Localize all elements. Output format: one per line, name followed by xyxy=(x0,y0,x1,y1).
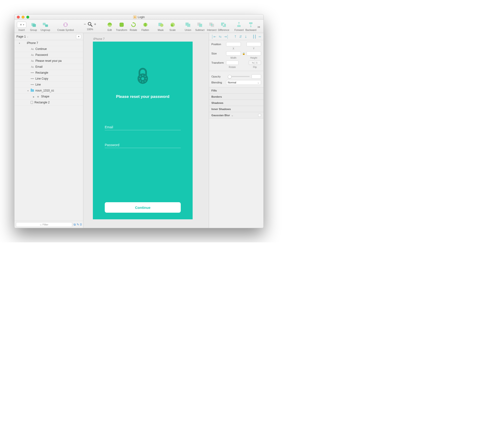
layer-label: Email xyxy=(35,65,43,68)
backward-tool[interactable]: Backward xyxy=(246,21,256,32)
intersect-tool[interactable]: Intersect xyxy=(207,21,217,32)
layer-row[interactable]: noun_1310_cc xyxy=(15,88,83,94)
zoom-control[interactable]: − + 100% xyxy=(81,21,99,31)
borders-section[interactable]: Borders xyxy=(209,94,263,100)
create-symbol-tool[interactable]: Create Symbol xyxy=(55,21,76,32)
appearance-block: Opacity Blending Normal xyxy=(209,71,263,87)
scale-tool[interactable]: Scale xyxy=(167,21,178,32)
zoom-in-button[interactable]: + xyxy=(94,22,96,26)
blending-select[interactable]: Normal xyxy=(226,80,261,85)
toolbar: ＋ Insert Group Ungroup Create Symbol − +… xyxy=(15,20,263,33)
rotate-input[interactable] xyxy=(226,61,238,65)
layer-row[interactable]: Shape xyxy=(15,94,83,100)
opacity-input[interactable] xyxy=(252,74,261,79)
align-left-icon[interactable]: │⇤ xyxy=(211,35,216,38)
layer-row[interactable]: Rectangle 2 xyxy=(15,100,83,105)
gaussian-blur-checkbox[interactable] xyxy=(258,114,261,117)
disclosure-triangle-icon[interactable] xyxy=(27,89,29,92)
titlebar: Login xyxy=(15,15,263,20)
align-center-h-icon[interactable]: ⇆ xyxy=(219,35,222,38)
height-input[interactable] xyxy=(247,51,261,55)
zoom-level: 100% xyxy=(87,28,93,31)
close-window-button[interactable] xyxy=(17,16,20,18)
opacity-label: Opacity xyxy=(211,75,226,78)
layer-label: Rectangle xyxy=(35,71,48,74)
layer-label: Line xyxy=(35,83,41,86)
fills-section[interactable]: Fills xyxy=(209,87,263,94)
disclosure-triangle-icon[interactable] xyxy=(33,95,35,98)
width-input[interactable] xyxy=(226,51,241,55)
toolbar-overflow-button[interactable]: ›› xyxy=(257,25,261,29)
lock-aspect-icon[interactable]: 🔒 xyxy=(242,52,245,55)
distribute-v-icon[interactable]: ═ xyxy=(259,35,261,38)
duplicate-filter-icon[interactable]: ⧉ xyxy=(74,223,76,226)
edit-tool[interactable]: Edit xyxy=(105,21,115,32)
layer-filter-input[interactable]: Filter xyxy=(16,222,72,227)
page-selector[interactable]: Page 1 ▾ xyxy=(15,33,83,40)
layer-row[interactable]: iPhone 7 xyxy=(15,40,83,46)
inner-shadows-section[interactable]: Inner Shadows xyxy=(209,106,263,112)
fullscreen-window-button[interactable] xyxy=(26,16,29,18)
artboard-list-button[interactable]: ▾ xyxy=(76,34,81,39)
gaussian-blur-section[interactable]: Gaussian Blur xyxy=(209,112,263,118)
flip-buttons[interactable]: ⇋ | ⥮ xyxy=(249,61,261,65)
forward-tool[interactable]: Forward xyxy=(234,21,244,32)
align-right-icon[interactable]: ⇥│ xyxy=(224,35,229,38)
layer-folder-icon xyxy=(31,89,34,92)
email-field[interactable]: Email xyxy=(105,125,181,130)
slice-filter-icon[interactable]: ✎ xyxy=(77,223,79,226)
svg-rect-1 xyxy=(33,24,36,27)
disclosure-triangle-icon[interactable] xyxy=(18,42,21,45)
position-x-input[interactable] xyxy=(226,42,241,46)
continue-button[interactable]: Continue xyxy=(105,202,181,213)
artboard[interactable]: Please reset your password Email Passwor… xyxy=(93,42,193,219)
window-controls xyxy=(15,16,29,18)
svg-point-37 xyxy=(142,82,143,83)
layer-row[interactable]: Password xyxy=(15,52,83,58)
group-tool[interactable]: Group xyxy=(28,21,39,32)
layer-row[interactable]: Please reset your pa xyxy=(15,58,83,64)
zoom-out-button[interactable]: − xyxy=(84,22,86,26)
svg-rect-19 xyxy=(187,24,190,27)
subtract-tool[interactable]: Subtract xyxy=(195,21,205,32)
layer-label: Continue xyxy=(35,47,47,51)
transform-tool[interactable]: Transform xyxy=(116,21,127,32)
svg-point-39 xyxy=(146,78,146,79)
layer-row[interactable]: Line Copy xyxy=(15,76,83,82)
layer-row[interactable]: Rectangle xyxy=(15,70,83,76)
minimize-window-button[interactable] xyxy=(22,16,25,18)
position-y-input[interactable] xyxy=(247,42,261,46)
layer-label: Rectangle 2 xyxy=(35,101,50,104)
align-bottom-icon[interactable]: ⤓ xyxy=(244,35,247,38)
artboard-title[interactable]: iPhone 7 xyxy=(93,37,199,41)
layer-row[interactable]: Line xyxy=(15,82,83,88)
layer-shape-icon xyxy=(36,95,40,98)
svg-rect-24 xyxy=(211,24,212,26)
mask-tool[interactable]: Mask xyxy=(156,21,166,32)
layer-rect-icon xyxy=(31,101,33,104)
flatten-tool[interactable]: Flatten xyxy=(140,21,151,32)
lock-icon xyxy=(136,68,149,84)
svg-line-7 xyxy=(91,25,92,26)
ungroup-tool[interactable]: Ungroup xyxy=(40,21,51,32)
canvas[interactable]: iPhone 7 Please reset your password Emai… xyxy=(83,33,209,228)
reset-password-heading: Please reset your password xyxy=(116,94,170,99)
rotate-tool[interactable]: Rotate xyxy=(128,21,139,32)
layer-label: Password xyxy=(35,53,48,56)
shadows-section[interactable]: Shadows xyxy=(209,100,263,106)
layer-row[interactable]: Email xyxy=(15,64,83,70)
password-field[interactable]: Password xyxy=(105,143,181,148)
magnifier-icon xyxy=(87,22,93,27)
transform-label: Transform xyxy=(211,61,226,64)
opacity-slider[interactable] xyxy=(228,76,250,77)
position-label: Position xyxy=(211,43,226,46)
align-top-icon[interactable]: ⤒ xyxy=(234,35,237,38)
svg-rect-21 xyxy=(199,24,202,27)
insert-tool[interactable]: ＋ Insert xyxy=(16,21,27,32)
distribute-h-icon[interactable]: ┃┃ xyxy=(252,35,256,38)
app-window: Login ＋ Insert Group Ungroup Create Symb… xyxy=(14,14,264,228)
union-tool[interactable]: Union xyxy=(183,21,193,32)
align-middle-icon[interactable]: ⇵ xyxy=(239,35,242,38)
layer-row[interactable]: Continue xyxy=(15,46,83,52)
difference-tool[interactable]: Difference xyxy=(218,21,229,32)
